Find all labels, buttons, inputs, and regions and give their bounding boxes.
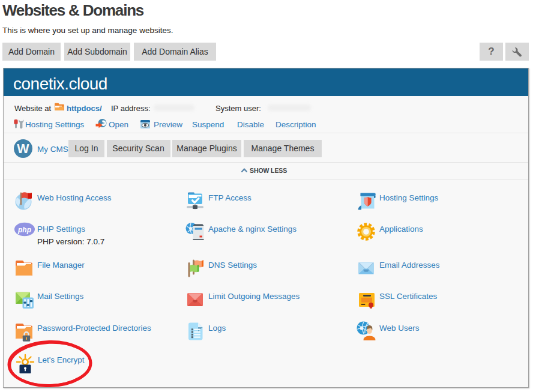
svg-text:php: php bbox=[17, 226, 31, 234]
svg-text:W: W bbox=[17, 142, 29, 156]
